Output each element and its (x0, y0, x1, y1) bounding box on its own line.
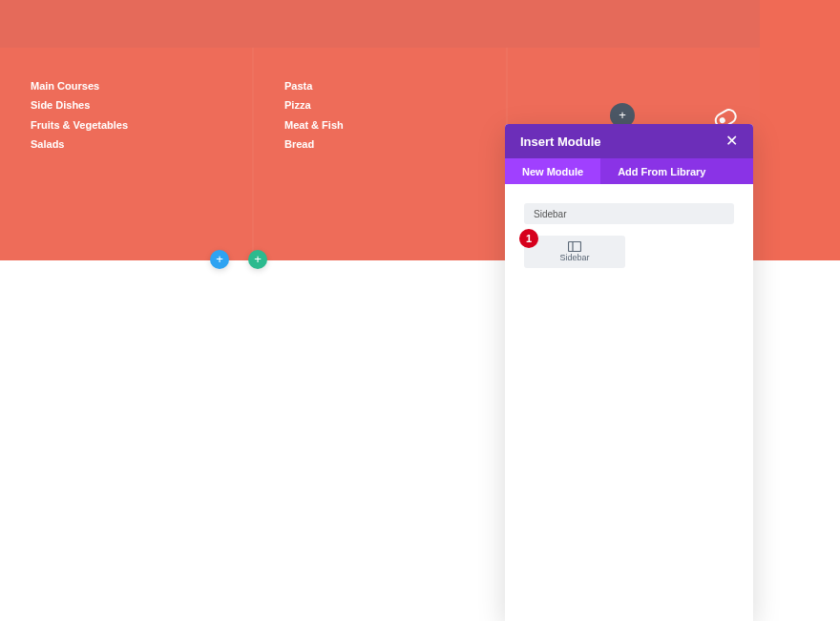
panel-header: Insert Module ✕ (505, 124, 753, 158)
panel-body: Sidebar (505, 184, 753, 621)
svg-point-1 (720, 117, 724, 122)
add-row-button[interactable]: + (210, 250, 229, 269)
page-header (0, 0, 760, 48)
callout-badge: 1 (519, 229, 538, 248)
module-sidebar[interactable]: Sidebar (524, 236, 625, 268)
sidebar-icon (568, 241, 581, 252)
tab-add-from-library[interactable]: Add From Library (600, 158, 723, 184)
panel-title: Insert Module (520, 135, 601, 149)
panel-tabs: New Module Add From Library (505, 158, 753, 184)
module-label: Sidebar (559, 253, 589, 262)
add-section-button[interactable]: + (248, 250, 267, 269)
list-item[interactable]: Side Dishes (31, 95, 221, 114)
list-item[interactable]: Bread (284, 135, 475, 154)
list-item[interactable]: Pizza (284, 95, 475, 114)
module-grid: Sidebar (524, 236, 734, 268)
list-item[interactable]: Pasta (284, 76, 475, 95)
svg-rect-2 (569, 242, 581, 252)
list-item[interactable]: Meat & Fish (284, 115, 475, 135)
row-column-1: Main Courses Side Dishes Fruits & Vegeta… (0, 48, 252, 260)
row-column-2: Pasta Pizza Meat & Fish Bread (252, 48, 506, 260)
list-item[interactable]: Salads (31, 135, 221, 154)
menu-list-1: Main Courses Side Dishes Fruits & Vegeta… (31, 76, 221, 154)
tab-new-module[interactable]: New Module (505, 158, 600, 184)
insert-module-panel: Insert Module ✕ New Module Add From Libr… (505, 124, 753, 621)
list-item[interactable]: Fruits & Vegetables (31, 115, 221, 135)
page-right-rail (760, 0, 840, 260)
close-icon[interactable]: ✕ (725, 134, 738, 149)
module-search-input[interactable] (524, 203, 734, 224)
menu-list-2: Pasta Pizza Meat & Fish Bread (284, 76, 475, 154)
list-item[interactable]: Main Courses (31, 76, 221, 95)
